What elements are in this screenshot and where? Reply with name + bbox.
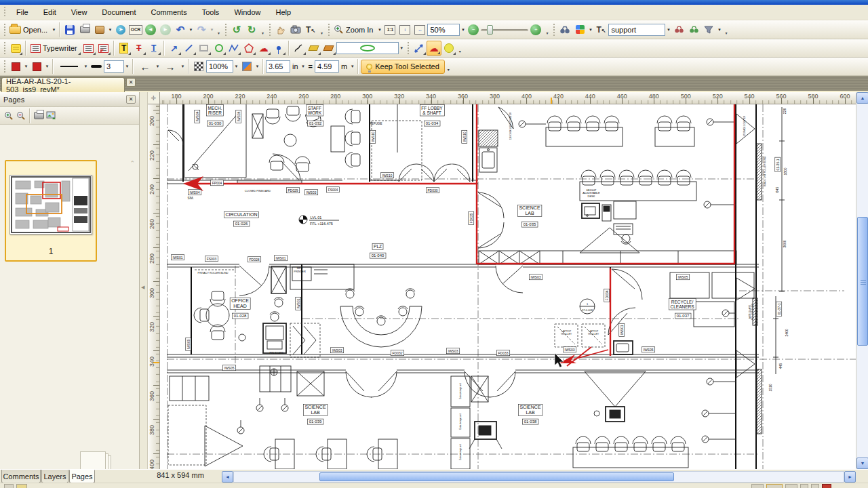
zoom-slider[interactable] — [481, 24, 528, 36]
strikeout-text-tool[interactable]: T — [132, 41, 146, 56]
pencil-tool[interactable] — [292, 41, 307, 56]
rectangle-tool[interactable] — [197, 41, 212, 56]
horizontal-scroll-thumb[interactable] — [319, 472, 674, 481]
line-style-combo[interactable] — [56, 59, 83, 74]
zoom-in-button[interactable]: Zoom In — [332, 22, 376, 37]
thumb-zoom-out-button[interactable] — [15, 108, 27, 123]
print-pages-button[interactable] — [33, 108, 45, 123]
back-button[interactable]: ◄ — [143, 22, 158, 37]
search-input[interactable]: support — [608, 24, 665, 36]
menu-file[interactable]: File — [9, 6, 36, 18]
polygon-tool[interactable] — [241, 41, 256, 56]
filter-button[interactable] — [701, 22, 716, 37]
strip-button[interactable] — [800, 484, 808, 488]
scroll-right-button[interactable]: ► — [844, 471, 856, 483]
zoom-out-circle-button[interactable]: − — [466, 22, 481, 37]
opacity-dropdown[interactable]: ▼ — [233, 60, 239, 73]
toolbar-overflow[interactable]: ▾ — [215, 22, 222, 37]
print-button[interactable] — [77, 22, 92, 37]
open-button[interactable]: Open... — [8, 22, 51, 37]
arrow-tool[interactable]: ↗ — [167, 41, 182, 56]
end-arrow-dropdown[interactable]: ▼ — [180, 60, 186, 73]
end-arrow-combo[interactable]: → — [161, 59, 180, 74]
menu-view[interactable]: View — [64, 6, 95, 18]
strip-button-red[interactable] — [822, 484, 831, 488]
strip-button[interactable] — [766, 484, 783, 488]
list-scroll-chevron[interactable]: ⌃ — [130, 160, 135, 167]
find-previous-button[interactable] — [671, 22, 686, 37]
pin-tool[interactable] — [271, 41, 286, 56]
search-history-dropdown[interactable]: ▼ — [665, 23, 671, 37]
forward-button[interactable]: ► — [158, 22, 173, 37]
package-dropdown[interactable]: ▼ — [107, 23, 113, 37]
page-thumbnail-selected[interactable]: 1 — [5, 160, 97, 262]
blend-mode-button[interactable] — [239, 59, 254, 74]
length-in-input[interactable]: 3.65 — [266, 60, 290, 73]
splitter-collapse-arrow[interactable]: ◀ — [141, 285, 144, 290]
line-color-button[interactable] — [8, 59, 23, 74]
ruler-corner[interactable]: ✛ — [148, 92, 160, 104]
filter-dropdown[interactable]: ▼ — [716, 23, 722, 37]
cloud-tool[interactable]: ☁ — [256, 41, 271, 56]
shape-style-combo[interactable] — [336, 42, 399, 54]
document-tab-close-button[interactable]: ✕ — [126, 78, 136, 87]
line-width-dropdown[interactable]: ▼ — [124, 60, 130, 73]
thumb-zoom-in-button[interactable] — [3, 108, 15, 123]
scroll-up-button[interactable]: ▲ — [856, 92, 868, 104]
menu-document[interactable]: Document — [94, 6, 143, 18]
select-overflow[interactable]: ▾ — [318, 22, 326, 37]
opacity-combo[interactable]: 100% — [206, 60, 233, 73]
props-overflow[interactable]: ▾ — [445, 59, 452, 74]
menu-edit[interactable]: Edit — [36, 6, 64, 18]
horizontal-scrollbar[interactable] — [233, 471, 844, 483]
undo-button[interactable]: ↶ — [173, 22, 188, 37]
fill-color-button[interactable] — [29, 59, 44, 74]
pages-panel-close-button[interactable]: ✕ — [126, 95, 136, 104]
zoom-in-circle-button[interactable]: + — [528, 22, 543, 37]
scroll-left-button[interactable]: ◄ — [222, 471, 233, 483]
page-thumbnail-image[interactable] — [9, 175, 92, 235]
document-canvas[interactable]: MECH.RISER01-030IWS04IWS04STAFFWORK01-03… — [160, 104, 856, 469]
redo-dropdown[interactable]: ▼ — [209, 23, 215, 37]
area-tool[interactable] — [441, 41, 456, 56]
unit-m-dropdown[interactable]: ▼ — [349, 60, 355, 73]
polyline-tool[interactable] — [226, 41, 241, 56]
length-m-input[interactable]: 4.59 — [315, 60, 339, 73]
underline-text-tool[interactable]: T — [146, 41, 161, 56]
document-tab[interactable]: HEA-AR-ALS-20-1-503_iss9_revM* — [1, 77, 125, 92]
unit-in-dropdown[interactable]: ▼ — [300, 60, 307, 73]
ellipse-tool[interactable] — [212, 41, 226, 56]
panel-splitter[interactable]: ◀ — [140, 92, 148, 469]
line-color-dropdown[interactable]: ▼ — [23, 60, 29, 73]
fill-color-dropdown[interactable]: ▼ — [44, 60, 50, 73]
line-style-dropdown[interactable]: ▼ — [83, 60, 89, 73]
strip-button[interactable] — [811, 484, 819, 488]
menu-tools[interactable]: Tools — [195, 6, 227, 18]
typewriter-tool[interactable]: Typewriter — [28, 41, 81, 56]
select-text-button-2[interactable]: T↖ — [593, 22, 608, 37]
rotate-ccw-button[interactable]: ↺ — [229, 22, 244, 37]
redo-button[interactable]: ↷ — [194, 22, 209, 37]
panel-tab-pages[interactable]: Pages — [69, 470, 95, 483]
keep-tool-selected-button[interactable]: Keep Tool Selected — [361, 60, 445, 74]
scroll-down-button[interactable]: ▼ — [856, 458, 868, 469]
sticky-note-tool[interactable] — [8, 41, 23, 56]
blend-dropdown[interactable]: ▼ — [254, 60, 260, 73]
pan-button[interactable] — [273, 22, 288, 37]
panel-tab-layers[interactable]: Layers — [41, 470, 68, 483]
zoom-slider-thumb[interactable] — [487, 25, 493, 35]
fit-page-button[interactable]: ↕ — [397, 22, 412, 37]
menu-help[interactable]: Help — [269, 6, 299, 18]
export-image-button[interactable] — [45, 108, 57, 123]
start-arrow-dropdown[interactable]: ▼ — [155, 60, 161, 73]
open-dropdown[interactable]: ▼ — [51, 23, 57, 37]
package-button[interactable] — [92, 22, 107, 37]
select-text-button[interactable]: T↖ — [303, 22, 318, 37]
rotate-cw-button[interactable]: ↻ — [244, 22, 259, 37]
strip-button[interactable] — [16, 484, 27, 488]
zoom-dropdown[interactable]: ▼ — [376, 23, 382, 37]
markup-overflow[interactable]: ▾ — [456, 41, 464, 56]
zoom-level-combo[interactable]: 50% — [427, 24, 460, 36]
strip-button[interactable] — [751, 484, 764, 488]
actual-size-button[interactable]: 1:1 — [382, 22, 397, 37]
